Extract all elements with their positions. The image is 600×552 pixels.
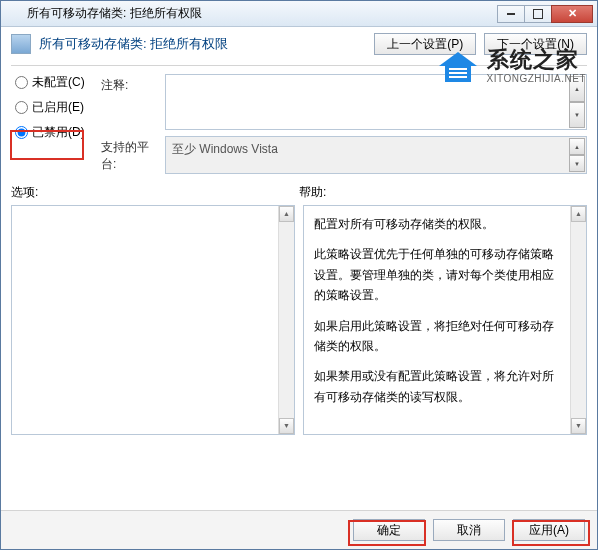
comment-scroll[interactable]: ▲▼ [569,76,585,128]
help-p1: 配置对所有可移动存储类的权限。 [314,214,576,234]
options-scrollbar[interactable]: ▲▼ [278,206,294,434]
prev-setting-button[interactable]: 上一个设置(P) [374,33,476,55]
platform-label: 支持的平台: [101,136,157,173]
radio-disabled[interactable] [15,126,28,139]
radio-group: 未配置(C) 已启用(E) 已禁用(D) [11,74,91,174]
maximize-button[interactable] [524,5,552,23]
help-p4: 如果禁用或没有配置此策略设置，将允许对所有可移动存储类的读写权限。 [314,366,576,407]
options-label: 选项: [11,184,299,201]
platform-scroll[interactable]: ▲▼ [569,138,585,172]
ok-button[interactable]: 确定 [353,519,425,541]
help-p3: 如果启用此策略设置，将拒绝对任何可移动存储类的权限。 [314,316,576,357]
window-title: 所有可移动存储类: 拒绝所有权限 [27,5,498,22]
footer: 确定 取消 应用(A) [1,510,597,549]
radio-enabled[interactable] [15,101,28,114]
cancel-button[interactable]: 取消 [433,519,505,541]
radio-not-configured-label[interactable]: 未配置(C) [32,74,85,91]
dialog-window: 所有可移动存储类: 拒绝所有权限 所有可移动存储类: 拒绝所有权限 上一个设置(… [0,0,598,550]
next-setting-button[interactable]: 下一个设置(N) [484,33,587,55]
radio-not-configured[interactable] [15,76,28,89]
window-icon [5,6,21,22]
platform-box: 至少 Windows Vista ▲▼ [165,136,587,174]
minimize-button[interactable] [497,5,525,23]
comment-input[interactable]: ▲▼ [165,74,587,130]
titlebar[interactable]: 所有可移动存储类: 拒绝所有权限 [1,1,597,27]
radio-disabled-label[interactable]: 已禁用(D) [32,124,85,141]
policy-title: 所有可移动存储类: 拒绝所有权限 [39,35,366,53]
close-button[interactable] [551,5,593,23]
help-scrollbar[interactable]: ▲▼ [570,206,586,434]
content-area: 所有可移动存储类: 拒绝所有权限 上一个设置(P) 下一个设置(N) 未配置(C… [1,27,597,510]
help-label: 帮助: [299,184,587,201]
options-pane: ▲▼ [11,205,295,435]
apply-button[interactable]: 应用(A) [513,519,585,541]
divider [11,65,587,66]
policy-icon [11,34,31,54]
platform-value: 至少 Windows Vista [172,142,278,156]
help-pane: 配置对所有可移动存储类的权限。 此策略设置优先于任何单独的可移动存储策略设置。要… [303,205,587,435]
radio-enabled-label[interactable]: 已启用(E) [32,99,84,116]
comment-label: 注释: [101,74,157,94]
help-p2: 此策略设置优先于任何单独的可移动存储策略设置。要管理单独的类，请对每个类使用相应… [314,244,576,305]
